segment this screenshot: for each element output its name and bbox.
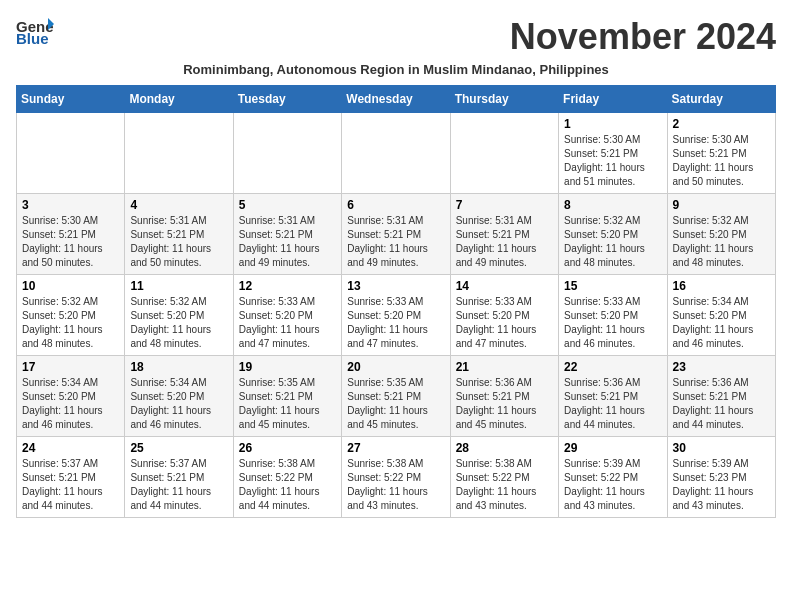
day-info: Sunrise: 5:38 AM Sunset: 5:22 PM Dayligh… xyxy=(347,457,444,513)
calendar-cell: 19Sunrise: 5:35 AM Sunset: 5:21 PM Dayli… xyxy=(233,356,341,437)
calendar-cell: 1Sunrise: 5:30 AM Sunset: 5:21 PM Daylig… xyxy=(559,113,667,194)
day-info: Sunrise: 5:32 AM Sunset: 5:20 PM Dayligh… xyxy=(564,214,661,270)
day-number: 25 xyxy=(130,441,227,455)
day-info: Sunrise: 5:30 AM Sunset: 5:21 PM Dayligh… xyxy=(673,133,770,189)
day-number: 22 xyxy=(564,360,661,374)
day-info: Sunrise: 5:32 AM Sunset: 5:20 PM Dayligh… xyxy=(22,295,119,351)
calendar-cell: 7Sunrise: 5:31 AM Sunset: 5:21 PM Daylig… xyxy=(450,194,558,275)
calendar-cell: 14Sunrise: 5:33 AM Sunset: 5:20 PM Dayli… xyxy=(450,275,558,356)
day-info: Sunrise: 5:33 AM Sunset: 5:20 PM Dayligh… xyxy=(456,295,553,351)
day-number: 27 xyxy=(347,441,444,455)
calendar-day-header: Monday xyxy=(125,86,233,113)
day-number: 19 xyxy=(239,360,336,374)
day-info: Sunrise: 5:33 AM Sunset: 5:20 PM Dayligh… xyxy=(347,295,444,351)
calendar-cell: 2Sunrise: 5:30 AM Sunset: 5:21 PM Daylig… xyxy=(667,113,775,194)
calendar-week-row: 3Sunrise: 5:30 AM Sunset: 5:21 PM Daylig… xyxy=(17,194,776,275)
day-number: 6 xyxy=(347,198,444,212)
calendar-day-header: Wednesday xyxy=(342,86,450,113)
calendar-cell: 26Sunrise: 5:38 AM Sunset: 5:22 PM Dayli… xyxy=(233,437,341,518)
day-info: Sunrise: 5:39 AM Sunset: 5:23 PM Dayligh… xyxy=(673,457,770,513)
calendar-cell: 15Sunrise: 5:33 AM Sunset: 5:20 PM Dayli… xyxy=(559,275,667,356)
calendar-cell: 4Sunrise: 5:31 AM Sunset: 5:21 PM Daylig… xyxy=(125,194,233,275)
calendar-day-header: Friday xyxy=(559,86,667,113)
calendar-cell: 12Sunrise: 5:33 AM Sunset: 5:20 PM Dayli… xyxy=(233,275,341,356)
logo-icon: General Blue xyxy=(16,16,54,46)
day-info: Sunrise: 5:32 AM Sunset: 5:20 PM Dayligh… xyxy=(673,214,770,270)
calendar-cell: 16Sunrise: 5:34 AM Sunset: 5:20 PM Dayli… xyxy=(667,275,775,356)
day-info: Sunrise: 5:35 AM Sunset: 5:21 PM Dayligh… xyxy=(347,376,444,432)
day-number: 10 xyxy=(22,279,119,293)
day-number: 13 xyxy=(347,279,444,293)
day-number: 16 xyxy=(673,279,770,293)
day-info: Sunrise: 5:39 AM Sunset: 5:22 PM Dayligh… xyxy=(564,457,661,513)
calendar-cell: 23Sunrise: 5:36 AM Sunset: 5:21 PM Dayli… xyxy=(667,356,775,437)
day-number: 11 xyxy=(130,279,227,293)
calendar-cell: 5Sunrise: 5:31 AM Sunset: 5:21 PM Daylig… xyxy=(233,194,341,275)
day-number: 9 xyxy=(673,198,770,212)
day-info: Sunrise: 5:32 AM Sunset: 5:20 PM Dayligh… xyxy=(130,295,227,351)
day-info: Sunrise: 5:36 AM Sunset: 5:21 PM Dayligh… xyxy=(673,376,770,432)
calendar-cell xyxy=(17,113,125,194)
day-info: Sunrise: 5:37 AM Sunset: 5:21 PM Dayligh… xyxy=(130,457,227,513)
day-number: 26 xyxy=(239,441,336,455)
day-info: Sunrise: 5:31 AM Sunset: 5:21 PM Dayligh… xyxy=(347,214,444,270)
calendar-cell: 27Sunrise: 5:38 AM Sunset: 5:22 PM Dayli… xyxy=(342,437,450,518)
calendar-week-row: 10Sunrise: 5:32 AM Sunset: 5:20 PM Dayli… xyxy=(17,275,776,356)
calendar-day-header: Saturday xyxy=(667,86,775,113)
day-number: 24 xyxy=(22,441,119,455)
calendar-cell xyxy=(450,113,558,194)
calendar-cell: 6Sunrise: 5:31 AM Sunset: 5:21 PM Daylig… xyxy=(342,194,450,275)
calendar-cell: 21Sunrise: 5:36 AM Sunset: 5:21 PM Dayli… xyxy=(450,356,558,437)
calendar-cell: 8Sunrise: 5:32 AM Sunset: 5:20 PM Daylig… xyxy=(559,194,667,275)
calendar-cell: 29Sunrise: 5:39 AM Sunset: 5:22 PM Dayli… xyxy=(559,437,667,518)
day-info: Sunrise: 5:38 AM Sunset: 5:22 PM Dayligh… xyxy=(456,457,553,513)
day-number: 1 xyxy=(564,117,661,131)
day-number: 18 xyxy=(130,360,227,374)
day-number: 30 xyxy=(673,441,770,455)
day-number: 7 xyxy=(456,198,553,212)
calendar-cell: 10Sunrise: 5:32 AM Sunset: 5:20 PM Dayli… xyxy=(17,275,125,356)
calendar-cell: 24Sunrise: 5:37 AM Sunset: 5:21 PM Dayli… xyxy=(17,437,125,518)
calendar-cell: 9Sunrise: 5:32 AM Sunset: 5:20 PM Daylig… xyxy=(667,194,775,275)
calendar-cell: 3Sunrise: 5:30 AM Sunset: 5:21 PM Daylig… xyxy=(17,194,125,275)
day-number: 2 xyxy=(673,117,770,131)
calendar-cell: 22Sunrise: 5:36 AM Sunset: 5:21 PM Dayli… xyxy=(559,356,667,437)
day-info: Sunrise: 5:31 AM Sunset: 5:21 PM Dayligh… xyxy=(239,214,336,270)
day-number: 15 xyxy=(564,279,661,293)
day-number: 17 xyxy=(22,360,119,374)
day-info: Sunrise: 5:30 AM Sunset: 5:21 PM Dayligh… xyxy=(564,133,661,189)
day-info: Sunrise: 5:34 AM Sunset: 5:20 PM Dayligh… xyxy=(673,295,770,351)
day-number: 8 xyxy=(564,198,661,212)
day-info: Sunrise: 5:31 AM Sunset: 5:21 PM Dayligh… xyxy=(456,214,553,270)
day-info: Sunrise: 5:37 AM Sunset: 5:21 PM Dayligh… xyxy=(22,457,119,513)
calendar-header-row: SundayMondayTuesdayWednesdayThursdayFrid… xyxy=(17,86,776,113)
day-info: Sunrise: 5:38 AM Sunset: 5:22 PM Dayligh… xyxy=(239,457,336,513)
logo: General Blue xyxy=(16,16,58,50)
calendar-cell: 17Sunrise: 5:34 AM Sunset: 5:20 PM Dayli… xyxy=(17,356,125,437)
day-info: Sunrise: 5:30 AM Sunset: 5:21 PM Dayligh… xyxy=(22,214,119,270)
calendar-day-header: Tuesday xyxy=(233,86,341,113)
day-info: Sunrise: 5:31 AM Sunset: 5:21 PM Dayligh… xyxy=(130,214,227,270)
calendar-cell: 20Sunrise: 5:35 AM Sunset: 5:21 PM Dayli… xyxy=(342,356,450,437)
calendar-cell: 28Sunrise: 5:38 AM Sunset: 5:22 PM Dayli… xyxy=(450,437,558,518)
calendar-cell xyxy=(233,113,341,194)
day-info: Sunrise: 5:34 AM Sunset: 5:20 PM Dayligh… xyxy=(130,376,227,432)
calendar-cell: 11Sunrise: 5:32 AM Sunset: 5:20 PM Dayli… xyxy=(125,275,233,356)
day-number: 14 xyxy=(456,279,553,293)
calendar-cell xyxy=(342,113,450,194)
calendar-week-row: 24Sunrise: 5:37 AM Sunset: 5:21 PM Dayli… xyxy=(17,437,776,518)
day-number: 4 xyxy=(130,198,227,212)
calendar-cell xyxy=(125,113,233,194)
day-info: Sunrise: 5:33 AM Sunset: 5:20 PM Dayligh… xyxy=(564,295,661,351)
day-number: 21 xyxy=(456,360,553,374)
day-number: 3 xyxy=(22,198,119,212)
calendar-week-row: 1Sunrise: 5:30 AM Sunset: 5:21 PM Daylig… xyxy=(17,113,776,194)
calendar-subtitle: Rominimbang, Autonomous Region in Muslim… xyxy=(16,62,776,77)
day-info: Sunrise: 5:36 AM Sunset: 5:21 PM Dayligh… xyxy=(564,376,661,432)
day-number: 12 xyxy=(239,279,336,293)
calendar-day-header: Sunday xyxy=(17,86,125,113)
day-number: 20 xyxy=(347,360,444,374)
day-info: Sunrise: 5:35 AM Sunset: 5:21 PM Dayligh… xyxy=(239,376,336,432)
day-number: 23 xyxy=(673,360,770,374)
day-info: Sunrise: 5:34 AM Sunset: 5:20 PM Dayligh… xyxy=(22,376,119,432)
